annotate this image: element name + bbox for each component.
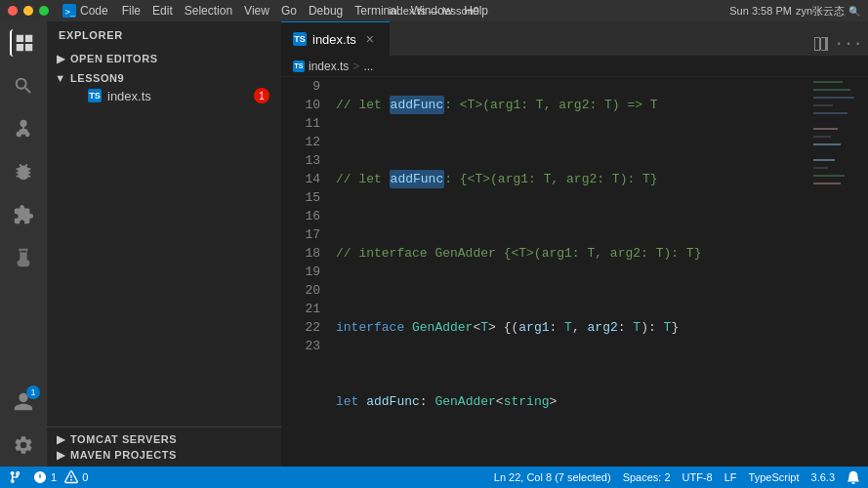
tab-actions: ··· — [802, 32, 868, 56]
svg-rect-8 — [813, 136, 831, 138]
code-line-9: // let addFunc: <T>(arg1: T, arg2: T) =>… — [336, 96, 809, 114]
tomcat-chevron: ▶ — [55, 433, 66, 445]
open-editors-header[interactable]: ▶ OPEN EDITORS — [47, 51, 281, 66]
breadcrumb-symbol[interactable]: ... — [363, 60, 373, 73]
activity-bar: 1 — [0, 21, 47, 467]
open-editors-label: OPEN EDITORS — [70, 53, 158, 64]
warning-count: 0 — [82, 471, 88, 483]
activity-debug[interactable] — [10, 158, 37, 185]
code-line-12 — [336, 207, 809, 225]
status-left: 1 0 — [8, 470, 88, 484]
svg-rect-6 — [813, 112, 847, 114]
tab-bar: TS index.ts × ··· — [281, 21, 868, 56]
traffic-light-yellow[interactable] — [23, 6, 33, 16]
menu-selection[interactable]: Selection — [185, 4, 232, 18]
svg-rect-9 — [813, 143, 841, 145]
traffic-light-red[interactable] — [8, 6, 18, 16]
file-index-ts[interactable]: TS index.ts 1 — [47, 86, 281, 105]
svg-rect-12 — [813, 175, 845, 177]
status-encoding[interactable]: UTF-8 — [682, 471, 713, 483]
activity-bottom: 1 — [10, 388, 37, 459]
code-line-13: // interface GenAdder {<T>(arg1: T, arg2… — [336, 244, 809, 263]
titlebar-right: Sun 3:58 PM zyn张云态 🔍 — [729, 4, 860, 19]
app-name-icon: >_ Code — [62, 4, 108, 18]
error-count: 1 — [51, 471, 57, 483]
svg-rect-10 — [813, 159, 835, 161]
tomcat-servers-header[interactable]: ▶ TOMCAT SERVERS — [47, 431, 281, 447]
svg-text:>_: >_ — [65, 7, 76, 17]
status-branch[interactable] — [8, 470, 21, 484]
svg-rect-13 — [813, 183, 841, 184]
title-bar: >_ Code File Edit Selection View Go Debu… — [0, 0, 868, 21]
activity-explorer[interactable] — [10, 29, 37, 57]
split-editor-button[interactable] — [809, 32, 833, 56]
tab-index-ts[interactable]: TS index.ts × — [281, 21, 390, 56]
breadcrumb-file[interactable]: index.ts — [309, 60, 349, 73]
status-version[interactable]: 3.6.3 — [811, 471, 835, 483]
status-line-ending[interactable]: LF — [724, 471, 737, 483]
svg-rect-11 — [813, 167, 828, 169]
status-bar: 1 0 Ln 22, Col 8 (7 selected) Spaces: 2 … — [0, 467, 868, 488]
status-errors[interactable]: 1 0 — [33, 470, 88, 484]
maven-label: MAVEN PROJECTS — [70, 449, 177, 461]
activity-accounts[interactable]: 1 — [10, 388, 37, 416]
svg-rect-4 — [813, 97, 854, 99]
code-line-11: // let addFunc: {<T>(arg1: T, arg2: T): … — [336, 170, 809, 188]
activity-flask[interactable] — [10, 244, 37, 271]
tab-label: index.ts — [312, 32, 356, 47]
sidebar: EXPLORER ▶ OPEN EDITORS ▼ LESSON9 TS ind… — [47, 21, 281, 467]
main-layout: 1 EXPLORER ▶ OPEN EDITORS ▼ LESSON9 TS i… — [0, 21, 868, 467]
editor-area: TS index.ts × ··· TS index.ts > ... — [281, 21, 868, 467]
lesson9-section: ▼ LESSON9 TS index.ts 1 — [47, 68, 281, 107]
status-language[interactable]: TypeScript — [749, 471, 800, 483]
tab-ts-icon: TS — [293, 32, 307, 46]
minimap — [809, 77, 868, 467]
open-editors-section: ▶ OPEN EDITORS — [47, 49, 281, 68]
accounts-badge: 1 — [26, 386, 40, 399]
lesson9-header[interactable]: ▼ LESSON9 — [47, 70, 281, 86]
titlebar-search-icon[interactable]: 🔍 — [848, 6, 860, 17]
minimap-canvas — [809, 77, 868, 370]
maven-projects-header[interactable]: ▶ MAVEN PROJECTS — [47, 447, 281, 463]
activity-settings[interactable] — [10, 431, 37, 459]
code-line-18 — [336, 429, 809, 448]
maven-chevron: ▶ — [55, 449, 66, 461]
tab-close-button[interactable]: × — [362, 31, 378, 47]
breadcrumb-sep1: > — [352, 60, 359, 73]
titlebar-time: Sun 3:58 PM — [729, 5, 792, 17]
status-position[interactable]: Ln 22, Col 8 (7 selected) — [494, 471, 611, 483]
activity-search[interactable] — [10, 72, 37, 100]
more-actions-button[interactable]: ··· — [837, 32, 860, 56]
menu-go[interactable]: Go — [281, 4, 297, 18]
line-numbers: 9 10 11 12 13 14 15 16 17 18 19 20 21 22… — [281, 77, 328, 467]
menu-edit[interactable]: Edit — [152, 4, 173, 18]
sidebar-header: EXPLORER — [47, 21, 281, 49]
code-line-16 — [336, 355, 809, 374]
code-editor[interactable]: 9 10 11 12 13 14 15 16 17 18 19 20 21 22… — [281, 77, 868, 467]
status-notifications[interactable] — [847, 470, 860, 484]
titlebar-center-title: index.ts — lesson9 — [389, 5, 479, 17]
file-name-label: index.ts — [107, 89, 151, 103]
code-content[interactable]: // let addFunc: <T>(arg1: T, arg2: T) =>… — [328, 77, 809, 467]
menu-debug[interactable]: Debug — [309, 4, 343, 18]
code-line-15: interface GenAdder<T> {(arg1: T, arg2: T… — [336, 318, 809, 337]
code-line-14 — [336, 281, 809, 300]
menu-view[interactable]: View — [244, 4, 269, 18]
tomcat-label: TOMCAT SERVERS — [70, 433, 177, 445]
svg-rect-7 — [813, 128, 838, 130]
traffic-light-green[interactable] — [39, 6, 49, 16]
breadcrumb: TS index.ts > ... — [281, 56, 868, 77]
status-spaces[interactable]: Spaces: 2 — [623, 471, 671, 483]
ellipsis-icon: ··· — [835, 35, 863, 53]
svg-rect-2 — [813, 81, 843, 83]
breadcrumb-ts-icon: TS — [293, 61, 305, 72]
lesson9-chevron: ▼ — [55, 72, 66, 84]
file-error-badge: 1 — [254, 88, 269, 103]
svg-rect-5 — [813, 104, 833, 106]
activity-extensions[interactable] — [10, 201, 37, 228]
sidebar-bottom: ▶ TOMCAT SERVERS ▶ MAVEN PROJECTS — [47, 427, 281, 467]
activity-source-control[interactable] — [10, 115, 37, 142]
menu-file[interactable]: File — [122, 4, 141, 18]
svg-rect-3 — [813, 89, 850, 91]
open-editors-chevron: ▶ — [55, 53, 66, 64]
